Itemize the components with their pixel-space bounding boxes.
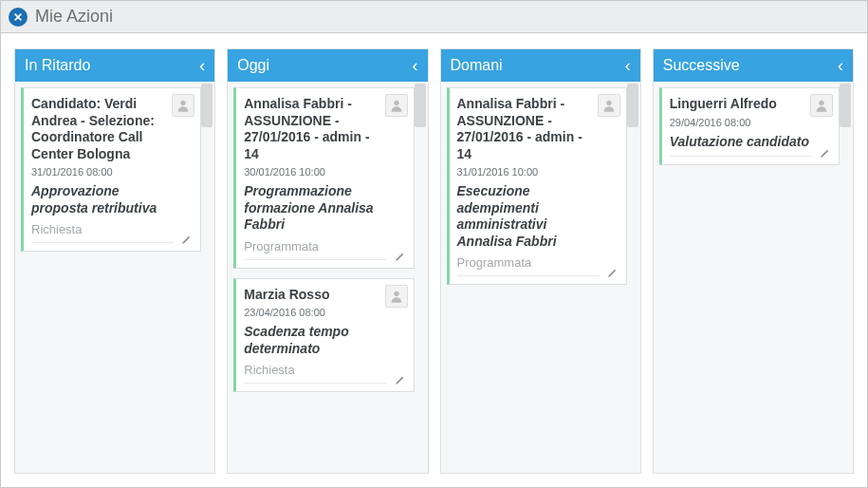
card-status: Richiesta bbox=[31, 222, 174, 236]
card-status: Programmata bbox=[457, 255, 600, 270]
chevron-left-icon: ‹ bbox=[199, 57, 205, 74]
card-title: Marzia Rosso bbox=[244, 287, 386, 304]
scrollbar[interactable] bbox=[627, 84, 638, 471]
column-successive: Successive ‹ Linguerri Alfredo 29/04/201… bbox=[653, 48, 854, 474]
avatar-icon bbox=[385, 285, 408, 308]
edit-icon[interactable] bbox=[179, 232, 194, 247]
svg-point-5 bbox=[606, 101, 611, 105]
close-icon[interactable] bbox=[9, 8, 28, 27]
scrollbar[interactable] bbox=[201, 84, 212, 471]
column-header[interactable]: Domani ‹ bbox=[441, 49, 640, 82]
scrollbar[interactable] bbox=[840, 84, 851, 471]
edit-icon[interactable] bbox=[605, 265, 620, 280]
card-date: 23/04/2016 08:00 bbox=[244, 307, 386, 318]
card-date: 29/04/2016 08:00 bbox=[670, 117, 812, 128]
scrollbar-thumb[interactable] bbox=[627, 84, 638, 127]
chevron-left-icon: ‹ bbox=[625, 57, 631, 74]
scrollbar-thumb[interactable] bbox=[415, 84, 426, 127]
card-separator bbox=[244, 259, 386, 260]
board: In Ritardo ‹ Candidato: Verdi Andrea - S… bbox=[1, 33, 867, 488]
card-title: Candidato: Verdi Andrea - Selezione: Coo… bbox=[31, 96, 174, 162]
column-oggi: Oggi ‹ Annalisa Fabbri - ASSUNZIONE - 27… bbox=[227, 48, 428, 474]
card-title: Annalisa Fabbri - ASSUNZIONE - 27/01/201… bbox=[457, 96, 600, 162]
card-title: Linguerri Alfredo bbox=[670, 96, 812, 113]
column-header[interactable]: Oggi ‹ bbox=[228, 49, 427, 82]
column-body: Annalisa Fabbri - ASSUNZIONE - 27/01/201… bbox=[228, 82, 427, 473]
avatar-icon bbox=[598, 94, 620, 117]
column-header[interactable]: In Ritardo ‹ bbox=[15, 49, 214, 82]
avatar-icon bbox=[385, 94, 408, 117]
card-date: 31/01/2016 08:00 bbox=[31, 166, 174, 178]
edit-icon[interactable] bbox=[818, 145, 833, 160]
column-body: Annalisa Fabbri - ASSUNZIONE - 27/01/201… bbox=[441, 82, 640, 473]
card-separator bbox=[670, 156, 812, 157]
card[interactable]: Annalisa Fabbri - ASSUNZIONE - 27/01/201… bbox=[447, 87, 627, 285]
card-separator bbox=[457, 275, 600, 276]
column-domani: Domani ‹ Annalisa Fabbri - ASSUNZIONE - … bbox=[440, 48, 641, 474]
card-separator bbox=[244, 383, 386, 384]
avatar-icon bbox=[172, 94, 194, 117]
card-date: 30/01/2016 10:00 bbox=[244, 166, 386, 178]
column-body: Linguerri Alfredo 29/04/2016 08:00 Valut… bbox=[654, 82, 853, 473]
scrollbar-thumb[interactable] bbox=[201, 84, 212, 127]
card-description: Programmazione formazione Annalisa Fabbr… bbox=[244, 183, 386, 234]
chevron-left-icon: ‹ bbox=[838, 57, 843, 74]
column-title: Successive bbox=[663, 57, 740, 74]
card-title: Annalisa Fabbri - ASSUNZIONE - 27/01/201… bbox=[244, 96, 386, 162]
column-title: Oggi bbox=[237, 57, 269, 74]
card-description: Approvazione proposta retributiva bbox=[31, 183, 174, 216]
avatar-icon bbox=[810, 94, 833, 117]
card-description: Valutazione candidato bbox=[670, 134, 812, 151]
card-description: Scadenza tempo determinato bbox=[244, 324, 386, 357]
scrollbar[interactable] bbox=[415, 84, 426, 471]
window: Mie Azioni In Ritardo ‹ Candidato: Verdi… bbox=[0, 0, 868, 488]
svg-point-6 bbox=[819, 101, 823, 105]
card-description: Esecuzione adempimenti amministrativi An… bbox=[457, 183, 600, 250]
card-status: Programmata bbox=[244, 239, 386, 253]
edit-icon[interactable] bbox=[393, 372, 408, 387]
card-separator bbox=[31, 242, 174, 243]
scrollbar-thumb[interactable] bbox=[840, 84, 851, 127]
svg-point-2 bbox=[181, 101, 186, 105]
card-status: Richiesta bbox=[244, 363, 386, 377]
column-title: In Ritardo bbox=[25, 57, 90, 74]
svg-point-3 bbox=[394, 101, 398, 105]
card[interactable]: Annalisa Fabbri - ASSUNZIONE - 27/01/201… bbox=[233, 87, 414, 269]
titlebar: Mie Azioni bbox=[1, 1, 867, 33]
column-in-ritardo: In Ritardo ‹ Candidato: Verdi Andrea - S… bbox=[14, 48, 215, 474]
card[interactable]: Linguerri Alfredo 29/04/2016 08:00 Valut… bbox=[659, 87, 840, 165]
svg-point-4 bbox=[394, 291, 398, 295]
card[interactable]: Candidato: Verdi Andrea - Selezione: Coo… bbox=[21, 87, 201, 252]
page-title: Mie Azioni bbox=[35, 7, 113, 27]
column-title: Domani bbox=[451, 57, 503, 74]
column-header[interactable]: Successive ‹ bbox=[654, 49, 853, 82]
chevron-left-icon: ‹ bbox=[413, 57, 418, 74]
card-date: 31/01/2016 10:00 bbox=[457, 166, 600, 178]
card[interactable]: Marzia Rosso 23/04/2016 08:00 Scadenza t… bbox=[233, 278, 414, 393]
edit-icon[interactable] bbox=[393, 249, 408, 264]
column-body: Candidato: Verdi Andrea - Selezione: Coo… bbox=[15, 82, 214, 473]
